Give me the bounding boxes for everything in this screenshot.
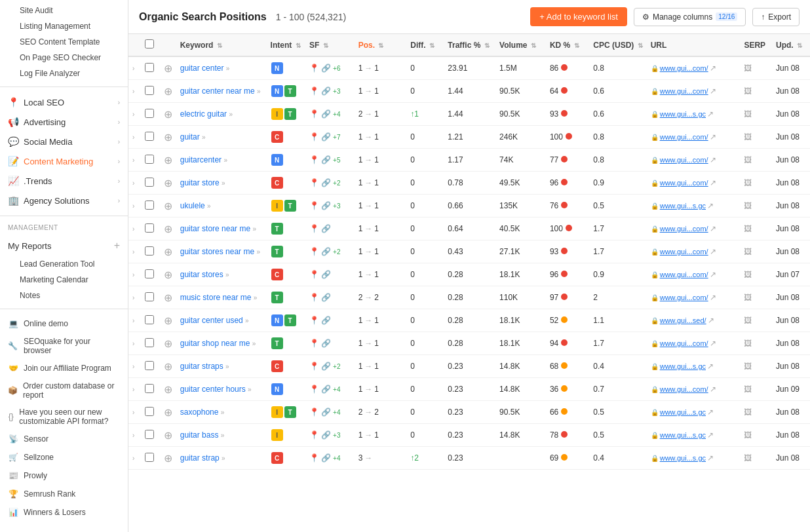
add-report-icon[interactable]: + — [114, 240, 120, 252]
sidebar-item-social-media[interactable]: 💬 Social Media › — [0, 132, 128, 151]
add-keyword-icon[interactable]: ⊕ — [164, 453, 172, 464]
sidebar-item-agency-solutions[interactable]: 🏢 Agency Solutions › — [0, 191, 128, 210]
serp-icon[interactable]: 🖼 — [744, 201, 752, 210]
sidebar-item-marketing-calendar[interactable]: Marketing Calendar — [0, 272, 128, 288]
keyword-link[interactable]: guitar stores near me — [180, 247, 254, 256]
sidebar-item-order-db[interactable]: 📦 Order custom database or report — [0, 377, 128, 404]
serp-icon[interactable]: 🖼 — [744, 86, 752, 96]
serp-icon[interactable]: 🖼 — [744, 385, 752, 394]
serp-icon[interactable]: 🖼 — [744, 224, 752, 233]
add-keyword-icon[interactable]: ⊕ — [164, 407, 172, 418]
keyword-link[interactable]: guitar center near me — [180, 86, 255, 96]
row-checkbox[interactable] — [145, 269, 154, 278]
row-checkbox[interactable] — [145, 132, 154, 141]
keyword-link[interactable]: guitar stores — [180, 270, 223, 279]
serp-icon[interactable]: 🖼 — [744, 339, 752, 348]
add-keyword-icon[interactable]: ⊕ — [164, 338, 172, 349]
serp-icon[interactable]: 🖼 — [744, 64, 752, 73]
row-expand-icon[interactable]: › — [132, 248, 134, 256]
serp-icon[interactable]: 🖼 — [744, 270, 752, 279]
url-link[interactable]: www.gui...com/ — [660, 179, 708, 187]
serp-icon[interactable]: 🖼 — [744, 453, 752, 463]
sidebar-item-on-page-seo-checker[interactable]: On Page SEO Checker — [0, 50, 128, 66]
col-intent-header[interactable]: Intent ⇅ — [267, 34, 305, 56]
row-checkbox[interactable] — [145, 292, 154, 301]
url-link[interactable]: www.gui...com/ — [660, 87, 708, 95]
export-button[interactable]: ↑ Export — [752, 8, 800, 26]
serp-icon[interactable]: 🖼 — [744, 155, 752, 164]
row-expand-icon[interactable]: › — [132, 455, 134, 462]
keyword-link[interactable]: guitar shop near me — [180, 339, 250, 348]
keyword-link[interactable]: guitarcenter — [180, 155, 222, 164]
select-all-checkbox[interactable] — [145, 39, 154, 48]
sidebar-item-trends[interactable]: 📈 .Trends › — [0, 171, 128, 191]
row-checkbox[interactable] — [145, 109, 154, 118]
serp-icon[interactable]: 🖼 — [744, 430, 752, 440]
url-link[interactable]: www.gui...com/ — [660, 385, 708, 393]
row-checkbox[interactable] — [145, 407, 154, 416]
serp-icon[interactable]: 🖼 — [744, 178, 752, 187]
col-keyword-header[interactable]: Keyword ⇅ — [176, 34, 267, 56]
keyword-link[interactable]: guitar — [180, 132, 200, 142]
col-sf-header[interactable]: SF ⇅ — [305, 34, 355, 56]
keyword-link[interactable]: guitar store near me — [180, 224, 250, 233]
row-expand-icon[interactable]: › — [132, 157, 134, 164]
row-expand-icon[interactable]: › — [132, 88, 134, 95]
col-volume-header[interactable]: Volume ⇅ — [495, 34, 546, 56]
col-upd-header[interactable]: Upd. ⇅ — [772, 34, 810, 56]
sidebar-item-notes[interactable]: Notes — [0, 288, 128, 303]
url-link[interactable]: www.gui...com/ — [660, 225, 708, 233]
add-keyword-icon[interactable]: ⊕ — [164, 63, 172, 74]
row-checkbox[interactable] — [145, 453, 154, 462]
row-checkbox[interactable] — [145, 155, 154, 164]
add-keyword-icon[interactable]: ⊕ — [164, 178, 172, 189]
keyword-link[interactable]: guitar straps — [180, 362, 223, 371]
sidebar-item-semrush-rank[interactable]: 🏆 Semrush Rank — [0, 485, 128, 503]
col-cpc-header[interactable]: CPC (USD) ⇅ — [589, 34, 646, 56]
keyword-link[interactable]: guitar center — [180, 64, 224, 73]
sidebar-item-winners-losers[interactable]: 📊 Winners & Losers — [0, 503, 128, 522]
add-to-keyword-list-button[interactable]: + Add to keyword list — [530, 7, 627, 26]
row-checkbox[interactable] — [145, 246, 154, 256]
row-expand-icon[interactable]: › — [132, 111, 134, 118]
row-checkbox[interactable] — [145, 63, 154, 72]
row-expand-icon[interactable]: › — [132, 409, 134, 416]
url-link[interactable]: www.gui...com/ — [660, 339, 708, 347]
row-checkbox[interactable] — [145, 315, 154, 324]
url-link[interactable]: www.gui...com/ — [660, 133, 708, 141]
row-expand-icon[interactable]: › — [132, 65, 134, 72]
sidebar-item-content-marketing[interactable]: 📝 Content Marketing › — [0, 151, 128, 171]
url-link[interactable]: www.gui...s.gc — [660, 408, 706, 416]
row-checkbox[interactable] — [145, 338, 154, 347]
keyword-link[interactable]: guitar strap — [180, 453, 220, 463]
sidebar-item-local-seo[interactable]: 📍 Local SEO › — [0, 92, 128, 112]
url-link[interactable]: www.gui...s.gc — [660, 454, 706, 462]
keyword-link[interactable]: guitar bass — [180, 430, 219, 440]
serp-icon[interactable]: 🖼 — [744, 408, 752, 417]
row-checkbox[interactable] — [145, 430, 154, 439]
sidebar-item-site-audit[interactable]: Site Audit — [0, 3, 128, 18]
col-kd-header[interactable]: KD % ⇅ — [546, 34, 589, 56]
col-diff-header[interactable]: Diff. ⇅ — [406, 34, 444, 56]
url-link[interactable]: www.gui...s.gc — [660, 202, 706, 210]
row-expand-icon[interactable]: › — [132, 340, 134, 347]
serp-icon[interactable]: 🖼 — [744, 132, 752, 142]
col-pos-header[interactable]: Pos. ⇅ — [355, 34, 407, 56]
add-keyword-icon[interactable]: ⊕ — [164, 155, 172, 166]
row-expand-icon[interactable]: › — [132, 432, 134, 439]
col-url-header[interactable]: URL — [647, 34, 741, 56]
add-keyword-icon[interactable]: ⊕ — [164, 246, 172, 257]
col-traffic-header[interactable]: Traffic % ⇅ — [444, 34, 495, 56]
add-keyword-icon[interactable]: ⊕ — [164, 430, 172, 441]
serp-icon[interactable]: 🖼 — [744, 247, 752, 256]
sidebar-item-log-file-analyzer[interactable]: Log File Analyzer — [0, 66, 128, 81]
url-link[interactable]: www.gui...com/ — [660, 156, 708, 164]
url-link[interactable]: www.gui...com/ — [660, 64, 708, 72]
row-checkbox[interactable] — [145, 384, 154, 393]
row-checkbox[interactable] — [145, 223, 154, 233]
serp-icon[interactable]: 🖼 — [744, 362, 752, 371]
row-expand-icon[interactable]: › — [132, 317, 134, 324]
row-checkbox[interactable] — [145, 200, 154, 210]
sidebar-item-seo-content-template[interactable]: SEO Content Template — [0, 34, 128, 50]
add-keyword-icon[interactable]: ⊕ — [164, 269, 172, 280]
